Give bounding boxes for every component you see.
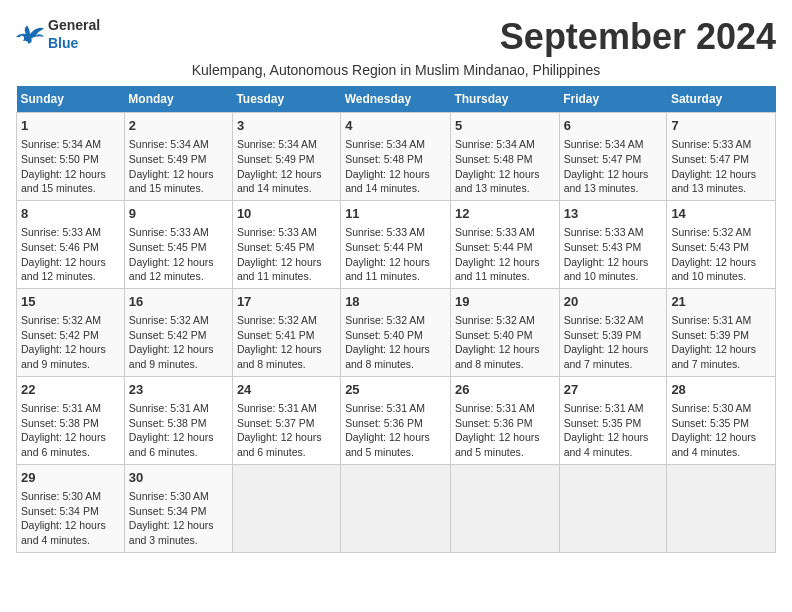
sunset-text: Sunset: 5:35 PM	[671, 417, 749, 429]
day-number: 14	[671, 205, 771, 223]
sunset-text: Sunset: 5:49 PM	[237, 153, 315, 165]
column-header-wednesday: Wednesday	[341, 86, 451, 113]
daylight-text: Daylight: 12 hours and 10 minutes.	[671, 256, 756, 283]
day-number: 13	[564, 205, 663, 223]
calendar-cell	[232, 464, 340, 552]
daylight-text: Daylight: 12 hours and 6 minutes.	[237, 431, 322, 458]
calendar-cell: 8Sunrise: 5:33 AMSunset: 5:46 PMDaylight…	[17, 200, 125, 288]
sunset-text: Sunset: 5:47 PM	[564, 153, 642, 165]
daylight-text: Daylight: 12 hours and 7 minutes.	[671, 343, 756, 370]
calendar-cell: 22Sunrise: 5:31 AMSunset: 5:38 PMDayligh…	[17, 376, 125, 464]
day-number: 5	[455, 117, 555, 135]
calendar-cell: 11Sunrise: 5:33 AMSunset: 5:44 PMDayligh…	[341, 200, 451, 288]
day-number: 11	[345, 205, 446, 223]
sunrise-text: Sunrise: 5:31 AM	[345, 402, 425, 414]
sunset-text: Sunset: 5:40 PM	[345, 329, 423, 341]
column-header-monday: Monday	[124, 86, 232, 113]
day-number: 17	[237, 293, 336, 311]
sunset-text: Sunset: 5:42 PM	[21, 329, 99, 341]
calendar-cell: 28Sunrise: 5:30 AMSunset: 5:35 PMDayligh…	[667, 376, 776, 464]
sunrise-text: Sunrise: 5:31 AM	[21, 402, 101, 414]
column-header-friday: Friday	[559, 86, 667, 113]
daylight-text: Daylight: 12 hours and 9 minutes.	[21, 343, 106, 370]
sunset-text: Sunset: 5:46 PM	[21, 241, 99, 253]
calendar-cell: 17Sunrise: 5:32 AMSunset: 5:41 PMDayligh…	[232, 288, 340, 376]
daylight-text: Daylight: 12 hours and 10 minutes.	[564, 256, 649, 283]
sunrise-text: Sunrise: 5:30 AM	[129, 490, 209, 502]
calendar-cell: 18Sunrise: 5:32 AMSunset: 5:40 PMDayligh…	[341, 288, 451, 376]
header: General Blue September 2024	[16, 16, 776, 58]
sunrise-text: Sunrise: 5:34 AM	[455, 138, 535, 150]
sunset-text: Sunset: 5:44 PM	[455, 241, 533, 253]
day-number: 1	[21, 117, 120, 135]
calendar-cell: 24Sunrise: 5:31 AMSunset: 5:37 PMDayligh…	[232, 376, 340, 464]
day-number: 28	[671, 381, 771, 399]
daylight-text: Daylight: 12 hours and 8 minutes.	[237, 343, 322, 370]
sunset-text: Sunset: 5:36 PM	[345, 417, 423, 429]
sunrise-text: Sunrise: 5:34 AM	[237, 138, 317, 150]
daylight-text: Daylight: 12 hours and 13 minutes.	[564, 168, 649, 195]
day-number: 23	[129, 381, 228, 399]
sunset-text: Sunset: 5:34 PM	[21, 505, 99, 517]
daylight-text: Daylight: 12 hours and 7 minutes.	[564, 343, 649, 370]
calendar-cell: 12Sunrise: 5:33 AMSunset: 5:44 PMDayligh…	[450, 200, 559, 288]
daylight-text: Daylight: 12 hours and 11 minutes.	[237, 256, 322, 283]
sunrise-text: Sunrise: 5:34 AM	[564, 138, 644, 150]
calendar-cell: 26Sunrise: 5:31 AMSunset: 5:36 PMDayligh…	[450, 376, 559, 464]
day-number: 10	[237, 205, 336, 223]
sunset-text: Sunset: 5:43 PM	[671, 241, 749, 253]
sunrise-text: Sunrise: 5:32 AM	[455, 314, 535, 326]
day-number: 6	[564, 117, 663, 135]
calendar-cell: 27Sunrise: 5:31 AMSunset: 5:35 PMDayligh…	[559, 376, 667, 464]
daylight-text: Daylight: 12 hours and 9 minutes.	[129, 343, 214, 370]
day-number: 8	[21, 205, 120, 223]
sunset-text: Sunset: 5:38 PM	[129, 417, 207, 429]
day-number: 15	[21, 293, 120, 311]
day-number: 29	[21, 469, 120, 487]
sunset-text: Sunset: 5:47 PM	[671, 153, 749, 165]
sunrise-text: Sunrise: 5:32 AM	[564, 314, 644, 326]
sunset-text: Sunset: 5:40 PM	[455, 329, 533, 341]
sunrise-text: Sunrise: 5:32 AM	[345, 314, 425, 326]
sunset-text: Sunset: 5:37 PM	[237, 417, 315, 429]
logo-blue: Blue	[48, 35, 78, 51]
day-number: 12	[455, 205, 555, 223]
sunrise-text: Sunrise: 5:31 AM	[129, 402, 209, 414]
column-header-sunday: Sunday	[17, 86, 125, 113]
logo: General Blue	[16, 16, 100, 52]
day-number: 9	[129, 205, 228, 223]
column-header-thursday: Thursday	[450, 86, 559, 113]
day-number: 18	[345, 293, 446, 311]
sunset-text: Sunset: 5:38 PM	[21, 417, 99, 429]
calendar-cell: 7Sunrise: 5:33 AMSunset: 5:47 PMDaylight…	[667, 113, 776, 201]
day-number: 2	[129, 117, 228, 135]
calendar-cell: 3Sunrise: 5:34 AMSunset: 5:49 PMDaylight…	[232, 113, 340, 201]
logo-bird-icon	[16, 24, 44, 44]
sunset-text: Sunset: 5:36 PM	[455, 417, 533, 429]
subtitle: Kulempang, Autonomous Region in Muslim M…	[16, 62, 776, 78]
week-row-3: 22Sunrise: 5:31 AMSunset: 5:38 PMDayligh…	[17, 376, 776, 464]
daylight-text: Daylight: 12 hours and 8 minutes.	[345, 343, 430, 370]
day-number: 22	[21, 381, 120, 399]
day-number: 24	[237, 381, 336, 399]
calendar-cell: 19Sunrise: 5:32 AMSunset: 5:40 PMDayligh…	[450, 288, 559, 376]
calendar-cell: 5Sunrise: 5:34 AMSunset: 5:48 PMDaylight…	[450, 113, 559, 201]
daylight-text: Daylight: 12 hours and 13 minutes.	[455, 168, 540, 195]
day-number: 3	[237, 117, 336, 135]
sunrise-text: Sunrise: 5:31 AM	[455, 402, 535, 414]
day-number: 16	[129, 293, 228, 311]
sunrise-text: Sunrise: 5:33 AM	[21, 226, 101, 238]
column-header-tuesday: Tuesday	[232, 86, 340, 113]
sunrise-text: Sunrise: 5:33 AM	[671, 138, 751, 150]
sunrise-text: Sunrise: 5:34 AM	[21, 138, 101, 150]
day-number: 4	[345, 117, 446, 135]
daylight-text: Daylight: 12 hours and 11 minutes.	[345, 256, 430, 283]
daylight-text: Daylight: 12 hours and 8 minutes.	[455, 343, 540, 370]
calendar-cell: 15Sunrise: 5:32 AMSunset: 5:42 PMDayligh…	[17, 288, 125, 376]
sunset-text: Sunset: 5:42 PM	[129, 329, 207, 341]
calendar-cell: 2Sunrise: 5:34 AMSunset: 5:49 PMDaylight…	[124, 113, 232, 201]
calendar-cell: 23Sunrise: 5:31 AMSunset: 5:38 PMDayligh…	[124, 376, 232, 464]
sunrise-text: Sunrise: 5:32 AM	[237, 314, 317, 326]
calendar-cell	[450, 464, 559, 552]
daylight-text: Daylight: 12 hours and 5 minutes.	[455, 431, 540, 458]
